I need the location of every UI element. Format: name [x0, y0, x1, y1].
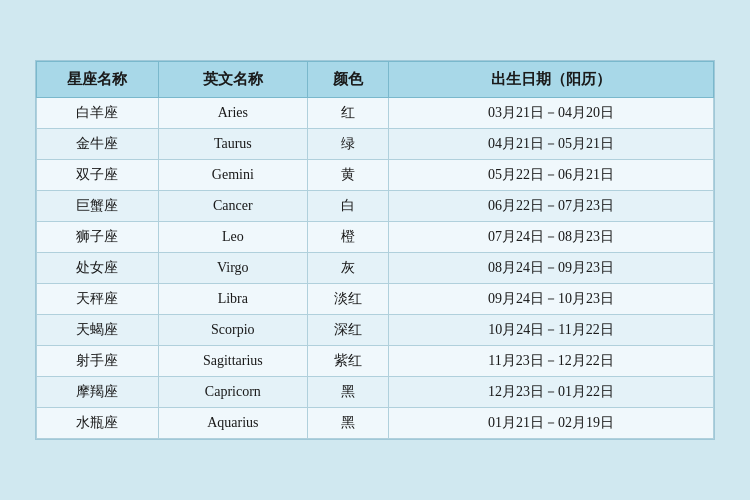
cell-chinese: 摩羯座 [37, 377, 159, 408]
cell-chinese: 双子座 [37, 160, 159, 191]
cell-english: Cancer [158, 191, 307, 222]
header-color: 颜色 [307, 62, 388, 98]
cell-date: 03月21日－04月20日 [389, 98, 714, 129]
cell-chinese: 天蝎座 [37, 315, 159, 346]
cell-color: 绿 [307, 129, 388, 160]
cell-color: 黄 [307, 160, 388, 191]
table-row: 摩羯座Capricorn黑12月23日－01月22日 [37, 377, 714, 408]
header-chinese: 星座名称 [37, 62, 159, 98]
cell-english: Leo [158, 222, 307, 253]
cell-color: 红 [307, 98, 388, 129]
cell-english: Virgo [158, 253, 307, 284]
cell-chinese: 金牛座 [37, 129, 159, 160]
cell-english: Scorpio [158, 315, 307, 346]
cell-english: Aries [158, 98, 307, 129]
cell-date: 01月21日－02月19日 [389, 408, 714, 439]
cell-color: 紫红 [307, 346, 388, 377]
cell-date: 10月24日－11月22日 [389, 315, 714, 346]
cell-date: 06月22日－07月23日 [389, 191, 714, 222]
cell-date: 08月24日－09月23日 [389, 253, 714, 284]
cell-english: Taurus [158, 129, 307, 160]
table-header-row: 星座名称 英文名称 颜色 出生日期（阳历） [37, 62, 714, 98]
zodiac-table: 星座名称 英文名称 颜色 出生日期（阳历） 白羊座Aries红03月21日－04… [36, 61, 714, 439]
cell-chinese: 狮子座 [37, 222, 159, 253]
cell-color: 黑 [307, 377, 388, 408]
table-row: 天蝎座Scorpio深红10月24日－11月22日 [37, 315, 714, 346]
table-row: 金牛座Taurus绿04月21日－05月21日 [37, 129, 714, 160]
table-row: 狮子座Leo橙07月24日－08月23日 [37, 222, 714, 253]
cell-date: 05月22日－06月21日 [389, 160, 714, 191]
cell-color: 灰 [307, 253, 388, 284]
cell-english: Libra [158, 284, 307, 315]
table-row: 射手座Sagittarius紫红11月23日－12月22日 [37, 346, 714, 377]
cell-color: 深红 [307, 315, 388, 346]
cell-english: Sagittarius [158, 346, 307, 377]
cell-chinese: 巨蟹座 [37, 191, 159, 222]
cell-chinese: 天秤座 [37, 284, 159, 315]
table-row: 双子座Gemini黄05月22日－06月21日 [37, 160, 714, 191]
cell-date: 07月24日－08月23日 [389, 222, 714, 253]
header-date: 出生日期（阳历） [389, 62, 714, 98]
cell-english: Aquarius [158, 408, 307, 439]
cell-color: 淡红 [307, 284, 388, 315]
cell-color: 橙 [307, 222, 388, 253]
cell-chinese: 射手座 [37, 346, 159, 377]
cell-english: Gemini [158, 160, 307, 191]
table-row: 处女座Virgo灰08月24日－09月23日 [37, 253, 714, 284]
cell-chinese: 白羊座 [37, 98, 159, 129]
table-row: 白羊座Aries红03月21日－04月20日 [37, 98, 714, 129]
cell-date: 12月23日－01月22日 [389, 377, 714, 408]
table-row: 天秤座Libra淡红09月24日－10月23日 [37, 284, 714, 315]
cell-english: Capricorn [158, 377, 307, 408]
header-english: 英文名称 [158, 62, 307, 98]
cell-date: 04月21日－05月21日 [389, 129, 714, 160]
cell-chinese: 处女座 [37, 253, 159, 284]
table-row: 水瓶座Aquarius黑01月21日－02月19日 [37, 408, 714, 439]
cell-date: 11月23日－12月22日 [389, 346, 714, 377]
table-body: 白羊座Aries红03月21日－04月20日金牛座Taurus绿04月21日－0… [37, 98, 714, 439]
cell-color: 白 [307, 191, 388, 222]
table-row: 巨蟹座Cancer白06月22日－07月23日 [37, 191, 714, 222]
cell-color: 黑 [307, 408, 388, 439]
zodiac-table-container: 星座名称 英文名称 颜色 出生日期（阳历） 白羊座Aries红03月21日－04… [35, 60, 715, 440]
cell-chinese: 水瓶座 [37, 408, 159, 439]
cell-date: 09月24日－10月23日 [389, 284, 714, 315]
